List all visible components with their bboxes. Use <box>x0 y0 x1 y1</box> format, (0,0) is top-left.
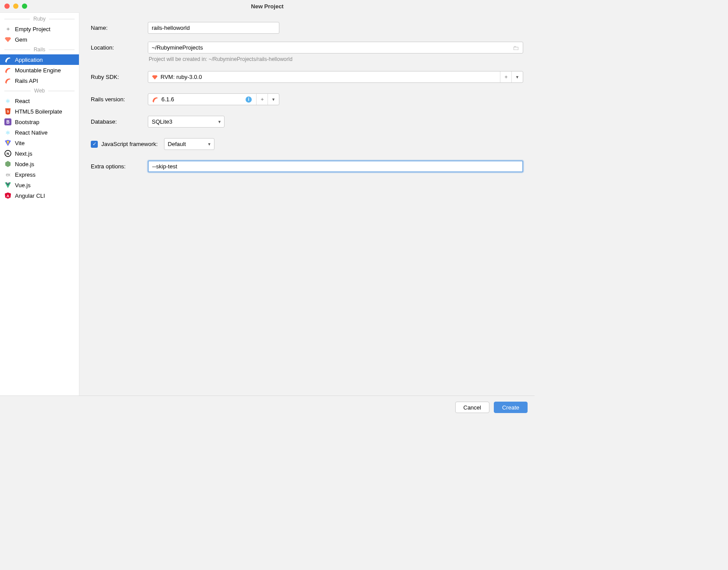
folder-icon: 🗀 <box>513 44 521 51</box>
add-sdk-button[interactable]: ＋ <box>500 71 511 82</box>
sidebar-item-nodejs[interactable]: Node.js <box>0 159 79 169</box>
ruby-sdk-dropdown[interactable]: RVM: ruby-3.0.0 ＋ ▼ <box>148 71 523 83</box>
js-framework-checkbox[interactable]: ✓ <box>91 141 98 148</box>
window-title: New Project <box>0 3 535 10</box>
sidebar-item-bootstrap[interactable]: B Bootstrap <box>0 117 79 127</box>
sidebar-item-express[interactable]: ex Express <box>0 169 79 180</box>
svg-text:B: B <box>6 120 9 125</box>
plus-icon: ＋ <box>4 25 11 32</box>
dialog-footer: Cancel Create <box>0 395 535 419</box>
js-framework-select[interactable]: Default ▼ <box>164 138 214 150</box>
rails-version-label: Rails version: <box>91 96 148 103</box>
database-label: Database: <box>91 118 148 125</box>
location-label: Location: <box>91 44 148 51</box>
vite-icon <box>4 139 11 146</box>
sidebar-section-rails: Rails <box>0 45 79 54</box>
titlebar: New Project <box>0 0 535 12</box>
gem-icon <box>4 36 11 43</box>
sidebar-item-react-native[interactable]: ⚛ React Native <box>0 127 79 138</box>
chevron-down-icon: ▼ <box>207 142 211 146</box>
js-framework-label: JavaScript framework: <box>101 141 158 147</box>
sidebar-section-ruby: Ruby <box>0 14 79 24</box>
rails-icon <box>4 56 11 63</box>
rails-icon <box>152 96 159 103</box>
rails-icon <box>4 77 11 84</box>
nextjs-icon: N <box>4 150 11 157</box>
sidebar-item-gem[interactable]: Gem <box>0 34 79 45</box>
location-field: 🗀 <box>148 42 523 53</box>
nodejs-icon <box>4 160 11 167</box>
name-input[interactable] <box>148 22 279 34</box>
browse-folder-button[interactable]: 🗀 <box>511 42 523 53</box>
sidebar-item-angular[interactable]: A Angular CLI <box>0 190 79 201</box>
sidebar-item-react[interactable]: ⚛ React <box>0 96 79 106</box>
project-type-sidebar: Ruby ＋ Empty Project Gem Rails Applicati… <box>0 12 79 395</box>
react-icon: ⚛ <box>4 97 11 104</box>
database-select[interactable]: SQLite3 ▼ <box>148 116 225 128</box>
sidebar-item-mountable-engine[interactable]: Mountable Engine <box>0 65 79 75</box>
angular-icon: A <box>4 192 11 199</box>
bootstrap-icon: B <box>4 118 11 125</box>
sidebar-item-rails-api[interactable]: Rails API <box>0 75 79 86</box>
svg-text:N: N <box>7 152 9 156</box>
ruby-sdk-label: Ruby SDK: <box>91 74 148 80</box>
sidebar-item-vuejs[interactable]: Vue.js <box>0 180 79 190</box>
sidebar-item-nextjs[interactable]: N Next.js <box>0 148 79 159</box>
extra-options-label: Extra options: <box>91 163 148 170</box>
rails-dropdown-button[interactable]: ▼ <box>268 94 279 105</box>
chevron-down-icon: ▼ <box>271 97 275 102</box>
create-button[interactable]: Create <box>494 402 528 413</box>
ruby-icon <box>152 74 158 80</box>
add-rails-button[interactable]: ＋ <box>256 94 268 105</box>
express-icon: ex <box>4 171 11 178</box>
sidebar-item-empty-project[interactable]: ＋ Empty Project <box>0 24 79 34</box>
sidebar-item-vite[interactable]: Vite <box>0 138 79 148</box>
sdk-dropdown-button[interactable]: ▼ <box>511 71 523 82</box>
sidebar-item-html5[interactable]: 5 HTML5 Boilerplate <box>0 106 79 117</box>
info-icon[interactable]: i <box>246 96 252 103</box>
vuejs-icon <box>4 182 11 189</box>
name-label: Name: <box>91 25 148 31</box>
react-icon: ⚛ <box>4 129 11 136</box>
sidebar-section-web: Web <box>0 86 79 96</box>
location-input[interactable] <box>148 42 511 53</box>
location-hint: Project will be created in: ~/RubyminePr… <box>91 56 523 62</box>
chevron-down-icon: ▼ <box>218 120 221 124</box>
html5-icon: 5 <box>4 108 11 115</box>
cancel-button[interactable]: Cancel <box>455 402 489 413</box>
svg-text:A: A <box>7 194 10 198</box>
chevron-down-icon: ▼ <box>515 75 519 79</box>
sidebar-item-application[interactable]: Application <box>0 54 79 65</box>
rails-icon <box>4 67 11 74</box>
svg-text:5: 5 <box>7 110 9 114</box>
extra-options-input[interactable] <box>148 160 523 172</box>
rails-version-dropdown[interactable]: 6.1.6 i ＋ ▼ <box>148 93 279 105</box>
form-panel: Name: Location: 🗀 Project will be create… <box>79 12 535 395</box>
